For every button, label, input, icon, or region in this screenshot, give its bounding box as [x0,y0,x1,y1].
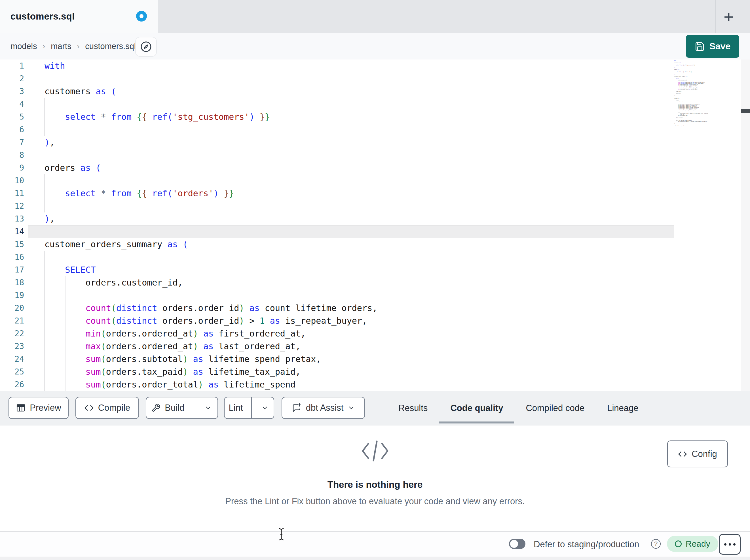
code-content[interactable]: withcustomers as ( select * from {{ ref(… [28,60,674,391]
compile-button-label: Compile [98,403,131,413]
code-brackets-icon [678,450,687,459]
save-floppy-icon [695,41,705,51]
help-icon[interactable]: ? [651,539,661,549]
code-line[interactable]: orders as ( [28,162,674,174]
code-line[interactable]: orders.customer_id, [28,276,674,289]
new-tab-button[interactable]: + [716,0,742,33]
editor-scrollbar[interactable] [741,60,750,391]
line-number[interactable]: 17 [0,264,24,276]
line-number[interactable]: 26 [0,378,24,391]
breadcrumb-item-models[interactable]: models [11,42,37,51]
code-line[interactable]: sum(orders.order_total) as lifetime_spen… [28,378,674,391]
file-tab-title: customers.sql [11,11,75,22]
code-line[interactable]: count(distinct orders.order_id) > 1 as i… [28,314,674,327]
line-number[interactable]: 12 [0,200,24,212]
assist-chat-sparkle-icon [292,403,302,413]
code-line[interactable] [28,149,674,162]
line-number[interactable]: 1 [0,60,24,72]
line-number[interactable]: 10 [0,174,24,187]
breadcrumb-item-customers-sql: customers.sql [85,42,136,51]
code-line[interactable]: count(distinct orders.order_id) as count… [28,302,674,314]
line-number[interactable]: 6 [0,123,24,136]
compass-icon [140,41,152,53]
status-badge-label: Ready [686,539,710,549]
line-number[interactable]: 13 [0,212,24,225]
line-number[interactable]: 8 [0,149,24,162]
split-divider [251,397,252,418]
code-line[interactable] [28,123,674,136]
breadcrumb-item-marts[interactable]: marts [51,42,72,51]
line-number[interactable]: 5 [0,110,24,123]
ellipsis-icon [724,543,727,545]
lint-dropdown-button[interactable] [256,397,274,418]
line-number[interactable]: 11 [0,187,24,200]
line-number[interactable]: 20 [0,302,24,314]
line-number[interactable]: 7 [0,136,24,149]
line-number[interactable]: 19 [0,289,24,302]
code-line[interactable]: customer_orders_summary as ( [28,238,674,251]
scrollbar-marker[interactable] [741,109,750,113]
code-line[interactable]: ), [28,212,674,225]
code-line[interactable]: max(orders.ordered_at) as last_ordered_a… [28,340,674,353]
config-button-label: Config [692,449,717,459]
compile-button[interactable]: Compile [75,397,139,419]
dbt-assist-button[interactable]: dbt Assist [281,397,365,419]
tab-compiled-code[interactable]: Compiled code [526,391,585,425]
file-tab-customers-sql[interactable]: customers.sql [0,0,158,33]
code-line[interactable]: SELECT [28,264,674,276]
split-divider [194,397,195,418]
code-line[interactable] [28,289,674,302]
tab-lineage[interactable]: Lineage [607,391,638,425]
line-number[interactable]: 3 [0,85,24,98]
code-line[interactable]: ), [28,136,674,149]
preview-button[interactable]: Preview [8,397,68,419]
config-button[interactable]: Config [667,440,728,468]
line-number[interactable]: 18 [0,276,24,289]
line-number[interactable]: 22 [0,327,24,340]
navigate-compass-button[interactable] [135,37,157,57]
line-number-gutter[interactable]: 1234567891011121314151617181920212223242… [0,60,28,391]
build-button[interactable]: Build [146,397,190,418]
code-line[interactable] [28,174,674,187]
code-line[interactable] [28,251,674,264]
line-number[interactable]: 16 [0,251,24,264]
build-dropdown-button[interactable] [198,397,217,418]
line-number[interactable]: 23 [0,340,24,353]
code-line[interactable]: with [28,60,674,72]
code-line[interactable] [28,200,674,212]
line-number[interactable]: 24 [0,353,24,366]
chevron-right-icon: › [77,42,80,51]
line-number[interactable]: 2 [0,72,24,85]
defer-toggle[interactable] [509,539,526,549]
code-line[interactable]: select * from {{ ref('stg_customers') }} [28,110,674,123]
code-line[interactable]: min(orders.ordered_at) as first_ordered_… [28,327,674,340]
code-line[interactable] [28,72,674,85]
code-line[interactable]: customers as ( [28,85,674,98]
more-options-button[interactable] [719,534,741,555]
line-number[interactable]: 14 [0,225,24,238]
empty-state-subtitle: Press the Lint or Fix button above to ev… [225,496,525,506]
line-number[interactable]: 9 [0,162,24,174]
breadcrumb: models › marts › customers.sql [11,33,136,60]
save-button[interactable]: Save [686,35,739,58]
code-line[interactable]: select * from {{ ref('orders') }} [28,187,674,200]
lint-button[interactable]: Lint [224,397,247,418]
code-line[interactable] [28,225,674,238]
code-line[interactable]: sum(orders.tax_paid) as lifetime_tax_pai… [28,366,674,378]
editor-minimap[interactable]: with customers as ( select * from {{ ref… [674,60,741,389]
defer-label: Defer to staging/production [534,532,639,557]
tab-code-quality[interactable]: Code quality [450,391,503,425]
code-editor[interactable]: 1234567891011121314151617181920212223242… [0,60,750,391]
chevron-down-icon [348,404,355,412]
code-slash-icon [360,439,390,463]
tab-results[interactable]: Results [398,391,428,425]
line-number[interactable]: 4 [0,98,24,110]
status-circle-icon [675,540,682,547]
line-number[interactable]: 21 [0,314,24,327]
line-number[interactable]: 25 [0,366,24,378]
wrench-icon [152,403,160,412]
code-line[interactable]: sum(orders.subtotal) as lifetime_spend_p… [28,353,674,366]
file-header-bar: models › marts › customers.sql [0,33,750,60]
code-line[interactable] [28,98,674,110]
line-number[interactable]: 15 [0,238,24,251]
